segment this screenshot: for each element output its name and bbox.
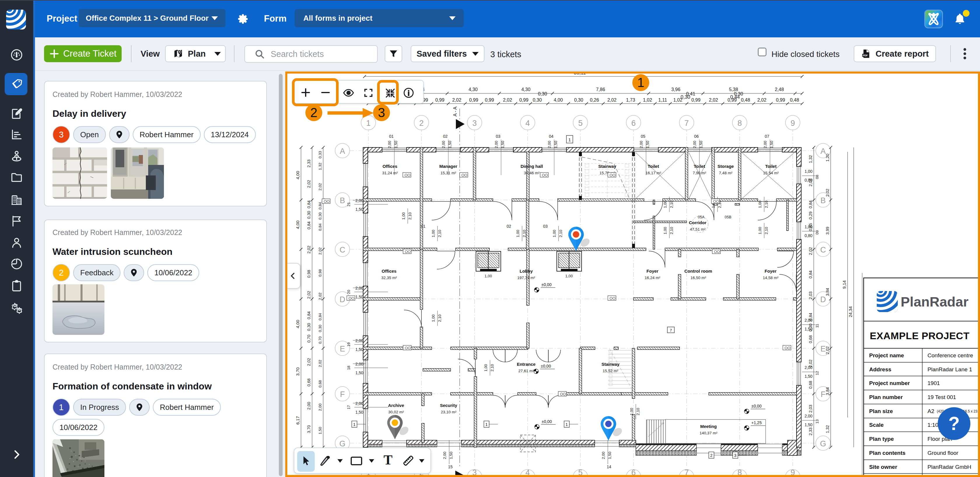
- svg-text:3,99: 3,99: [825, 227, 830, 235]
- svg-text:4,00: 4,00: [554, 97, 563, 102]
- svg-text:Toilet: Toilet: [648, 164, 659, 169]
- svg-text:1,00: 1,00: [804, 169, 812, 174]
- svg-text:1,50: 1,50: [804, 423, 812, 427]
- svg-text:Control room: Control room: [684, 268, 712, 274]
- svg-text:2,10: 2,10: [558, 230, 563, 237]
- svg-text:Foyer: Foyer: [647, 268, 659, 274]
- svg-text:2,10: 2,10: [764, 227, 768, 234]
- svg-text:06: 06: [694, 134, 699, 139]
- svg-text:9: 9: [791, 468, 795, 475]
- svg-text:2,10: 2,10: [670, 227, 674, 234]
- svg-text:2,00: 2,00: [601, 451, 606, 459]
- svg-text:1,50: 1,50: [394, 141, 398, 148]
- svg-text:0,84: 0,84: [808, 200, 813, 208]
- svg-text:2,00: 2,00: [355, 362, 363, 366]
- svg-text:2,02: 2,02: [808, 247, 813, 255]
- svg-text:G: G: [820, 439, 826, 448]
- svg-text:4: 4: [525, 468, 530, 475]
- svg-text:Plan contents: Plan contents: [869, 450, 905, 456]
- svg-text:03: 03: [543, 224, 548, 228]
- svg-text:0,99: 0,99: [691, 97, 700, 102]
- svg-text:9: 9: [791, 119, 795, 128]
- svg-text:7,48 m²: 7,48 m²: [719, 171, 732, 175]
- svg-text:1,00: 1,00: [758, 201, 762, 208]
- svg-text:1,32: 1,32: [808, 155, 813, 163]
- svg-text:1,00: 1,00: [401, 212, 406, 220]
- svg-text:2,10: 2,10: [522, 230, 527, 237]
- svg-text:2,10: 2,10: [490, 364, 495, 371]
- svg-text:2,33: 2,33: [808, 428, 813, 435]
- svg-text:16,50 m²: 16,50 m²: [690, 276, 706, 280]
- svg-text:1,02: 1,02: [643, 97, 652, 102]
- svg-text:1,00: 1,00: [663, 201, 667, 208]
- svg-text:2,02: 2,02: [307, 246, 311, 254]
- svg-text:0,70: 0,70: [307, 335, 311, 342]
- svg-text:Conference centre: Conference centre: [928, 353, 973, 359]
- svg-text:Foyer: Foyer: [765, 268, 777, 274]
- svg-text:6,17: 6,17: [295, 416, 300, 424]
- svg-text:5: 5: [578, 468, 582, 475]
- svg-text:2,10: 2,10: [408, 212, 412, 220]
- svg-text:0,30: 0,30: [307, 211, 311, 219]
- svg-text:05B: 05B: [724, 215, 731, 219]
- svg-text:PDF: PDF: [863, 54, 868, 57]
- svg-text:0,30: 0,30: [574, 97, 583, 102]
- svg-text:1,50: 1,50: [804, 374, 812, 379]
- svg-text:E: E: [340, 345, 345, 353]
- svg-text:13: 13: [815, 420, 819, 424]
- svg-text:1,00: 1,00: [663, 227, 667, 234]
- svg-text:1,00: 1,00: [758, 227, 762, 234]
- svg-text:16,24 m²: 16,24 m²: [644, 276, 660, 280]
- svg-text:0,99: 0,99: [485, 97, 494, 102]
- svg-text:7,86: 7,86: [596, 87, 605, 92]
- svg-text:15: 15: [448, 464, 453, 469]
- svg-text:2,00: 2,00: [804, 365, 812, 370]
- svg-text:2,02: 2,02: [307, 180, 311, 188]
- svg-text:Scale: Scale: [869, 422, 884, 428]
- svg-text:2,10: 2,10: [438, 230, 442, 237]
- svg-text:2,00: 2,00: [639, 141, 643, 148]
- svg-text:Storage: Storage: [718, 164, 734, 169]
- svg-text:197,73 m²: 197,73 m²: [517, 276, 535, 280]
- svg-text:1,50: 1,50: [554, 141, 558, 148]
- svg-text:Site owner: Site owner: [869, 464, 897, 470]
- svg-text:1,20: 1,20: [825, 153, 830, 161]
- svg-text:0,30: 0,30: [307, 323, 311, 331]
- svg-text:2,10: 2,10: [438, 314, 442, 322]
- svg-text:2,00: 2,00: [355, 198, 363, 203]
- svg-text:±0,00: ±0,00: [541, 282, 552, 287]
- svg-text:1,00: 1,00: [484, 274, 492, 278]
- svg-text:0,80: 0,80: [804, 233, 812, 238]
- svg-text:0,84: 0,84: [318, 223, 322, 231]
- svg-text:G: G: [339, 439, 345, 448]
- svg-text:1: 1: [568, 137, 571, 142]
- svg-text:32,35 m²: 32,35 m²: [381, 276, 397, 280]
- svg-text:EXAMPLE PROJECT: EXAMPLE PROJECT: [870, 330, 969, 341]
- svg-text:4,00: 4,00: [295, 220, 300, 229]
- svg-text:09: 09: [815, 230, 819, 235]
- svg-text:31,24 m²: 31,24 m²: [382, 171, 398, 175]
- svg-text:2,00: 2,00: [355, 286, 363, 290]
- svg-text:+1,25: +1,25: [751, 420, 762, 425]
- svg-text:1,00: 1,00: [552, 230, 557, 237]
- svg-text:2: 2: [419, 119, 423, 128]
- svg-text:0,33: 0,33: [318, 151, 322, 158]
- svg-text:2,02: 2,02: [825, 346, 830, 354]
- svg-text:D: D: [820, 295, 826, 304]
- svg-text:0,99: 0,99: [519, 97, 528, 102]
- svg-text:3,96: 3,96: [671, 87, 680, 92]
- svg-text:2,33: 2,33: [307, 160, 311, 167]
- svg-text:Corridor: Corridor: [689, 220, 706, 225]
- svg-text:2,02: 2,02: [757, 97, 766, 102]
- svg-text:2,00: 2,00: [692, 141, 697, 148]
- svg-text:2,02: 2,02: [318, 292, 322, 300]
- svg-text:01: 01: [421, 224, 426, 228]
- svg-text:Archive: Archive: [388, 403, 404, 408]
- svg-text:Plan type: Plan type: [869, 436, 894, 442]
- svg-text:1,50: 1,50: [355, 370, 363, 375]
- svg-text:2,02: 2,02: [825, 188, 830, 196]
- svg-text:19: 19: [347, 342, 351, 346]
- svg-text:21: 21: [347, 202, 351, 206]
- svg-text:19 Test 001: 19 Test 001: [928, 394, 956, 400]
- svg-text:2,02: 2,02: [307, 291, 311, 298]
